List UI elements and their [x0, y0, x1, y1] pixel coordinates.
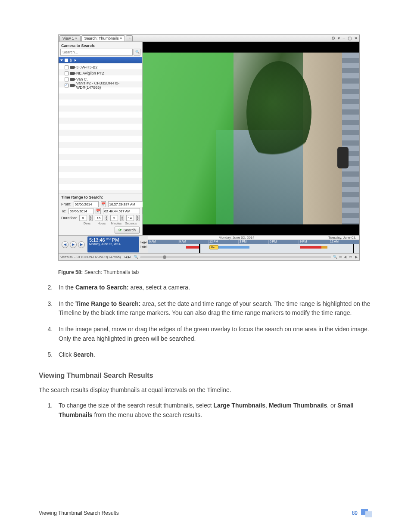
close-icon[interactable]: ×: [120, 35, 122, 41]
nav-right-icon[interactable]: ▶: [355, 255, 358, 259]
from-label: From:: [61, 202, 72, 206]
app-screenshot: View 1 × Search: Thumbnails × + ⚙ ▾ − ▢ …: [58, 34, 360, 261]
gear-icon[interactable]: ⚙: [331, 36, 335, 40]
timeline-date-left: Monday, June 02, 2014: [148, 236, 325, 240]
tab-search-label: Search: Thumbnails: [84, 35, 119, 41]
video-frame: [143, 53, 359, 224]
slider-thumb[interactable]: [163, 255, 166, 259]
checkbox-icon[interactable]: [65, 72, 68, 75]
server-icon: [65, 59, 68, 62]
timeline-tick: 6 PM: [269, 240, 299, 244]
checkbox-icon[interactable]: [65, 78, 68, 81]
duration-days-input[interactable]: [79, 215, 87, 221]
server-label: b: [70, 58, 72, 62]
camera-label: NE Avigilon PTZ: [76, 71, 104, 75]
duration-label: Duration:: [61, 216, 77, 220]
figure-title: Search: Thumbnails tab: [83, 269, 139, 275]
range-marker-end[interactable]: [353, 244, 354, 253]
zoom-out-icon[interactable]: 🔍: [134, 255, 138, 259]
timeline-camera-name: Van's #2 - CFB32DN-H2-WDR(147965): [60, 255, 121, 259]
spinner-icon[interactable]: ▲▼: [120, 215, 124, 221]
sidebar: Camera to Search: b 3.0W-H3-B2: [59, 42, 143, 235]
spinner-icon[interactable]: ▲▼: [136, 215, 140, 221]
play-button[interactable]: ▶: [70, 241, 77, 248]
timeline-marker-button[interactable]: Re...: [209, 245, 218, 249]
close-icon[interactable]: ✕: [354, 36, 358, 40]
search-button-label: Search: [123, 228, 136, 232]
current-time-badge: 5:13:46 842 PM Monday, June 02, 2014: [87, 236, 139, 252]
step-forward-button[interactable]: ▶: [78, 241, 85, 248]
camera-to-search-label: Camera to Search:: [59, 42, 142, 49]
spinner-icon[interactable]: ▲▼: [89, 215, 93, 221]
maximize-icon[interactable]: ▢: [348, 36, 352, 40]
instruction-step: In the image panel, move or drag the edg…: [54, 325, 372, 343]
skip-icon[interactable]: I◀ ▶I: [124, 255, 131, 259]
search-region-overlay[interactable]: [143, 53, 234, 224]
time-range-label: Time Range to Search:: [61, 195, 140, 200]
step-back-button[interactable]: ◀: [62, 241, 68, 248]
instruction-step: In the Time Range to Search: area, set t…: [54, 299, 372, 318]
from-date-input[interactable]: [74, 201, 99, 207]
from-time-input[interactable]: [108, 201, 145, 207]
camera-list-item[interactable]: 3.0W-H3-B2: [59, 64, 142, 70]
collapse-icon: [60, 59, 63, 61]
skip-start-icon[interactable]: I◀ ▶I: [140, 241, 148, 244]
timeline-tick: 9 AM: [178, 240, 209, 244]
instruction-list: In the Camera to Search: area, select a …: [54, 283, 372, 360]
server-node[interactable]: b: [59, 57, 142, 63]
timeline-tick: 3 PM: [239, 240, 269, 244]
figure-caption: Figure 58: Search: Thumbnails tab: [58, 269, 372, 275]
duration-hours-input[interactable]: [95, 215, 103, 221]
section-heading: Viewing Thumbnail Search Results: [39, 372, 372, 380]
camera-list-item[interactable]: ✓ Van's #2 - CFB32DN-H2-WDR(147965): [59, 82, 142, 88]
skip-end-icon[interactable]: I◀ ▶I: [140, 245, 148, 249]
footer-title: Viewing Thumbnail Search Results: [39, 510, 119, 516]
spinner-icon[interactable]: ▲▼: [105, 215, 108, 221]
calendar-icon[interactable]: 📅: [101, 201, 106, 207]
nav-left-icon[interactable]: ◀: [344, 255, 346, 259]
to-time-input[interactable]: [103, 208, 140, 214]
instruction-step: To change the size of the search result …: [54, 401, 372, 420]
close-icon[interactable]: ×: [75, 35, 78, 41]
export-icon[interactable]: ▭: [349, 255, 352, 259]
timeline[interactable]: Monday, June 02, 2014 Tuesday, June 03, …: [148, 236, 359, 253]
to-date-input[interactable]: [68, 208, 93, 214]
range-marker-start[interactable]: [199, 244, 200, 253]
unit-seconds: Seconds: [125, 222, 137, 225]
refresh-icon: ⟳: [118, 228, 122, 232]
duration-minutes-input[interactable]: [110, 215, 118, 221]
search-icon[interactable]: [134, 49, 140, 56]
timeline-segment: [300, 246, 321, 249]
search-button[interactable]: ⟳ Search: [115, 227, 140, 233]
zoom-slider[interactable]: 🔍 🔍 ⇔ ◀: [134, 255, 346, 259]
camera-list-item[interactable]: NE Avigilon PTZ: [59, 70, 142, 76]
time-range-panel: Time Range to Search: From: 📅 ▲▼ To: 📅 ▲…: [59, 193, 142, 235]
camera-icon: [70, 72, 75, 75]
time-value: 5:13:46: [89, 237, 105, 243]
checkbox-icon[interactable]: ✓: [65, 84, 68, 87]
footer-logo-icon: [361, 509, 372, 517]
new-tab-button[interactable]: +: [126, 35, 133, 41]
instruction-list-b: To change the size of the search result …: [54, 401, 372, 420]
checkbox-icon[interactable]: [65, 65, 68, 69]
time-ms: 842: [106, 237, 111, 240]
tab-view[interactable]: View 1 ×: [59, 35, 81, 41]
camera-search-input[interactable]: [60, 49, 133, 56]
fit-icon[interactable]: ⇔: [339, 255, 342, 259]
duration-seconds-input[interactable]: [126, 215, 134, 221]
calendar-icon[interactable]: 📅: [96, 208, 101, 214]
chevron-down-icon[interactable]: ▾: [338, 36, 340, 40]
section-intro: The search results display thumbnails at…: [39, 386, 372, 395]
timeline-tick: 12 AM: [329, 240, 359, 244]
video-panel[interactable]: [143, 42, 359, 235]
tab-search-thumbnails[interactable]: Search: Thumbnails ×: [81, 35, 125, 41]
timeline-segment: [186, 246, 199, 249]
camera-icon: [70, 84, 75, 87]
time-date: Monday, June 02, 2014: [89, 243, 137, 246]
zoom-in-icon[interactable]: 🔍: [333, 255, 337, 259]
minimize-icon[interactable]: −: [342, 36, 345, 40]
time-ampm: PM: [112, 237, 119, 243]
figure-number: Figure 58:: [58, 269, 83, 275]
timeline-date-right: Tuesday, June 03, 2014: [325, 236, 359, 240]
timeline-track[interactable]: Re...: [148, 244, 359, 253]
